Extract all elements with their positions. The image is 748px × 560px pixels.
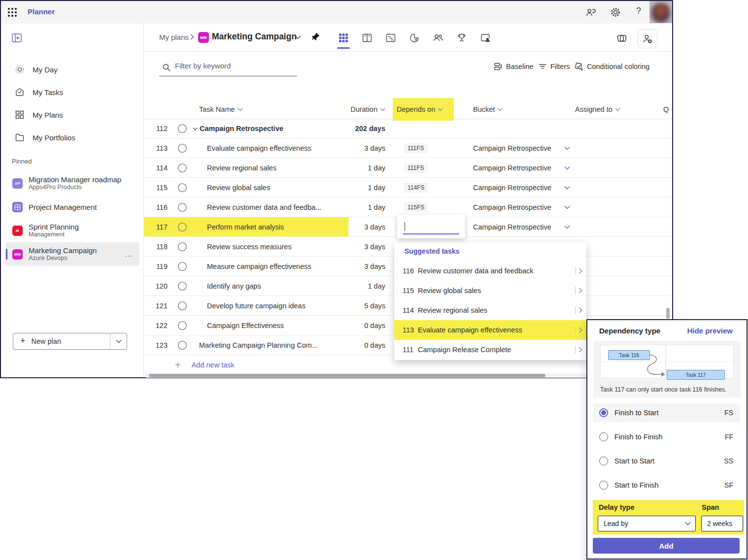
task-name-cell[interactable]: Review customer data and feedba...: [190, 198, 353, 217]
keyword-filter-field[interactable]: [159, 59, 297, 76]
pinned-plan-0[interactable]: AP Migration Manager roadmap Apps4Pro Pr…: [1, 171, 143, 195]
copilot-icon[interactable]: [616, 33, 628, 44]
task-status-circle[interactable]: [177, 198, 187, 217]
task-duration-cell[interactable]: 1 day: [346, 158, 385, 177]
task-duration-cell[interactable]: 1 day: [346, 198, 385, 217]
task-name-cell[interactable]: Review success measures: [190, 237, 353, 256]
chevron-right-icon[interactable]: [578, 268, 582, 274]
new-plan-button[interactable]: + New plan: [13, 333, 127, 350]
dependency-option-fs[interactable]: Finish to Start FS: [593, 403, 740, 422]
table-row-task-114[interactable]: 114 Review regional sales 1 day 111FS Ca…: [144, 158, 672, 178]
task-duration-cell[interactable]: 3 days: [346, 217, 385, 236]
view-tab-people[interactable]: [433, 33, 443, 43]
pin-plan-icon[interactable]: [311, 32, 320, 41]
task-depends-cell[interactable]: 111FS: [400, 138, 464, 158]
keyword-filter-input[interactable]: [174, 61, 294, 70]
collapse-chevron-icon[interactable]: [193, 127, 198, 131]
new-plan-dropdown-chevron-icon[interactable]: [110, 333, 127, 349]
chevron-right-icon[interactable]: [578, 327, 582, 333]
task-duration-cell[interactable]: 3 days: [346, 237, 385, 256]
task-duration-cell[interactable]: 3 days: [346, 257, 385, 276]
pinned-plan-1[interactable]: Project Management: [1, 195, 143, 219]
column-header-bucket[interactable]: Bucket: [473, 105, 503, 113]
suggested-task-111[interactable]: 111 Campaign Release Complete: [394, 340, 586, 360]
task-duration-cell[interactable]: 5 days: [346, 296, 385, 315]
chevron-right-icon[interactable]: [578, 307, 582, 313]
task-name-cell[interactable]: Review global sales: [190, 178, 353, 197]
app-launcher-icon[interactable]: [7, 7, 17, 17]
add-dependency-button[interactable]: Add: [593, 538, 740, 554]
view-tab-assignments[interactable]: [480, 33, 491, 43]
table-row-task-116[interactable]: 116 Review customer data and feedba... 1…: [144, 198, 672, 217]
task-depends-cell[interactable]: 115FS: [400, 198, 464, 217]
task-name-cell[interactable]: Campaign Retrospective: [190, 119, 353, 138]
hide-preview-link[interactable]: Hide preview: [687, 327, 733, 335]
plan-title[interactable]: Marketing Campaign: [212, 32, 297, 42]
horizontal-scrollbar-thumb[interactable]: [149, 374, 545, 377]
more-options-icon[interactable]: ...: [125, 250, 133, 258]
task-name-cell[interactable]: Campaign Effectiveness: [190, 316, 353, 335]
sidebar-item-my-day[interactable]: My Day: [1, 58, 143, 81]
breadcrumb-my-plans[interactable]: My plans: [159, 33, 189, 41]
task-name-cell[interactable]: Perform market analysis: [190, 217, 353, 236]
task-duration-cell[interactable]: 1 day: [346, 276, 385, 296]
help-icon[interactable]: ?: [634, 6, 644, 16]
task-name-cell[interactable]: Review regional sales: [190, 158, 353, 177]
radio-button[interactable]: [599, 457, 608, 465]
task-name-cell[interactable]: Identify any gaps: [190, 276, 353, 296]
task-bucket-cell[interactable]: Campaign Retrospective: [469, 158, 570, 177]
dependency-option-ss[interactable]: Start to Start SS: [593, 452, 740, 470]
suggested-task-114[interactable]: 114 Review regional sales: [394, 300, 586, 320]
table-row-task-115[interactable]: 115 Review global sales 1 day 114FS Camp…: [144, 178, 672, 198]
task-duration-cell[interactable]: 3 days: [346, 138, 385, 158]
column-header-depends-on[interactable]: Depends on: [397, 105, 443, 113]
dependency-option-ff[interactable]: Finish to Finish FF: [593, 428, 740, 446]
column-header-duration[interactable]: Duration: [341, 105, 385, 113]
view-tab-goals[interactable]: [456, 33, 467, 43]
filters-button[interactable]: Filters: [538, 62, 570, 71]
span-input[interactable]: 2 weeks: [701, 516, 743, 531]
add-member-button[interactable]: [638, 29, 657, 48]
radio-button[interactable]: [599, 432, 608, 441]
task-bucket-cell[interactable]: Campaign Retrospective: [469, 198, 570, 217]
task-status-circle[interactable]: [177, 237, 187, 256]
task-duration-cell[interactable]: 0 days: [346, 316, 385, 335]
radio-button-selected[interactable]: [599, 408, 608, 417]
dependency-option-sf[interactable]: Start to Finish SF: [593, 476, 740, 494]
view-tab-board[interactable]: [362, 33, 373, 43]
user-avatar[interactable]: [649, 1, 672, 23]
view-tab-timeline[interactable]: [385, 33, 396, 43]
table-row-task-112[interactable]: 112 Campaign Retrospective 202 days: [144, 119, 672, 138]
task-depends-cell[interactable]: 111FS: [400, 158, 464, 177]
conditional-coloring-button[interactable]: Conditional coloring: [575, 62, 649, 71]
delay-type-dropdown[interactable]: Lead by: [598, 516, 696, 531]
task-duration-cell[interactable]: 202 days: [346, 119, 385, 138]
view-tab-grid[interactable]: [338, 33, 349, 43]
task-status-circle[interactable]: [177, 178, 187, 197]
view-tab-charts[interactable]: [409, 33, 420, 43]
pinned-plan-2[interactable]: M Sprint Planning Management: [1, 219, 143, 242]
column-header-assigned-to[interactable]: Assigned to: [575, 105, 620, 113]
task-depends-cell[interactable]: 114FS: [400, 178, 464, 197]
task-bucket-cell[interactable]: [469, 119, 570, 138]
task-duration-cell[interactable]: 0 days: [346, 335, 385, 355]
collapse-sidebar-icon[interactable]: [12, 33, 22, 42]
task-depends-cell[interactable]: [400, 119, 464, 138]
plan-title-chevron-icon[interactable]: [295, 35, 301, 39]
task-name-cell[interactable]: Develop future campaign ideas: [190, 296, 353, 315]
task-status-circle[interactable]: [177, 276, 187, 296]
task-status-circle[interactable]: [177, 296, 187, 315]
task-status-circle[interactable]: [177, 335, 187, 355]
task-bucket-cell[interactable]: Campaign Retrospective: [469, 138, 570, 158]
task-status-circle[interactable]: [177, 257, 187, 276]
suggested-task-115[interactable]: 115 Review global sales: [394, 281, 586, 300]
task-bucket-cell[interactable]: Campaign Retrospective: [469, 178, 570, 197]
task-name-cell[interactable]: Measure campaign effectiveness: [190, 257, 353, 276]
task-status-circle[interactable]: [177, 158, 187, 177]
task-status-circle[interactable]: [177, 138, 187, 158]
task-name-cell[interactable]: Evaluate campaign effectiveness: [190, 138, 353, 158]
task-bucket-cell[interactable]: Campaign Retrospective: [469, 217, 570, 236]
radio-button[interactable]: [599, 481, 608, 490]
table-row-task-113[interactable]: 113 Evaluate campaign effectiveness 3 da…: [144, 138, 672, 158]
column-header-truncated[interactable]: Q: [663, 105, 669, 113]
